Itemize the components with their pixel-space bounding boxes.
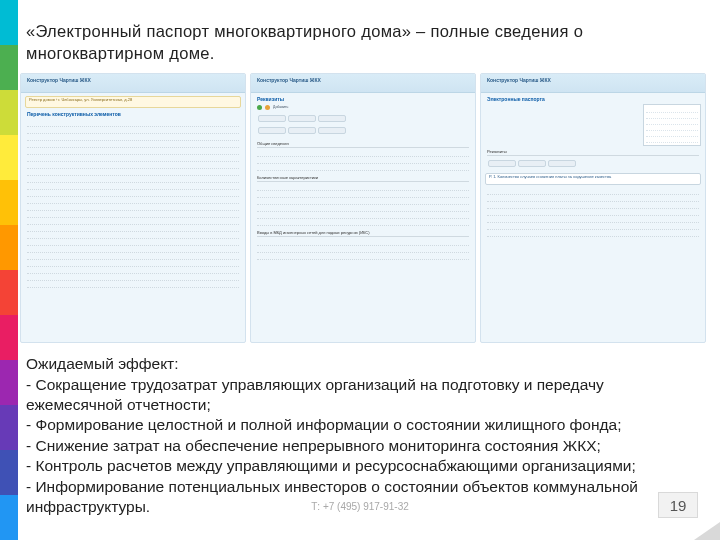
section-header-2: Реквизиты bbox=[257, 96, 469, 102]
effect-item-3: - Снижение затрат на обеспечение непреры… bbox=[26, 436, 700, 456]
sect-2: Количественные характеристики bbox=[257, 175, 469, 182]
sub-header-3: Реквизиты bbox=[487, 149, 699, 156]
app-title-1: Конструктор Чартиш ЖКХ bbox=[27, 77, 91, 83]
status-row: Добавить bbox=[257, 105, 469, 110]
screenshot-2: Конструктор Чартиш ЖКХ Реквизиты Добавит… bbox=[250, 73, 476, 343]
form-title: Р. 1. Количество случаев снижения платы … bbox=[486, 174, 614, 179]
side-color-stripes bbox=[0, 0, 18, 540]
status-add-label: Добавить bbox=[273, 105, 288, 109]
breadcrumb-text: Реестр домов › г. Чебоксары, ул. Универс… bbox=[26, 97, 135, 102]
breadcrumb-bar: Реестр домов › г. Чебоксары, ул. Универс… bbox=[25, 96, 241, 108]
effect-item-2: - Формирование целостной и полной информ… bbox=[26, 415, 700, 435]
screenshot-row: Конструктор Чартиш ЖКХ Реестр домов › г.… bbox=[20, 73, 706, 343]
screenshot-1: Конструктор Чартиш ЖКХ Реестр домов › г.… bbox=[20, 73, 246, 343]
effect-heading: Ожидаемый эффект: bbox=[26, 355, 700, 373]
sect-1: Общие сведения bbox=[257, 141, 469, 148]
effect-item-1: - Сокращение трудозатрат управляющих орг… bbox=[26, 375, 700, 416]
sect-3: Вводы в МКД инженерных сетей для подачи … bbox=[257, 230, 469, 237]
slide-title: «Электронный паспорт многоквартирного до… bbox=[26, 20, 700, 65]
expected-effect: Ожидаемый эффект: - Сокращение трудозатр… bbox=[26, 355, 700, 518]
footer-phone: Т: +7 (495) 917-91-32 bbox=[0, 501, 720, 512]
status-dot-orange bbox=[265, 105, 270, 110]
screenshot-3: Конструктор Чартиш ЖКХ Электронные паспо… bbox=[480, 73, 706, 343]
effect-item-4: - Контроль расчетов между управляющими и… bbox=[26, 456, 700, 476]
page-curl-icon bbox=[694, 522, 720, 540]
dropdown-menu bbox=[643, 104, 701, 146]
app-title-3: Конструктор Чартиш ЖКХ bbox=[487, 77, 551, 83]
app-title-2: Конструктор Чартиш ЖКХ bbox=[257, 77, 321, 83]
status-dot-green bbox=[257, 105, 262, 110]
page-number: 19 bbox=[658, 492, 698, 518]
section-header-1: Перечень конструктивных элементов bbox=[27, 111, 239, 117]
section-header-3: Электронные паспорта bbox=[487, 96, 699, 102]
